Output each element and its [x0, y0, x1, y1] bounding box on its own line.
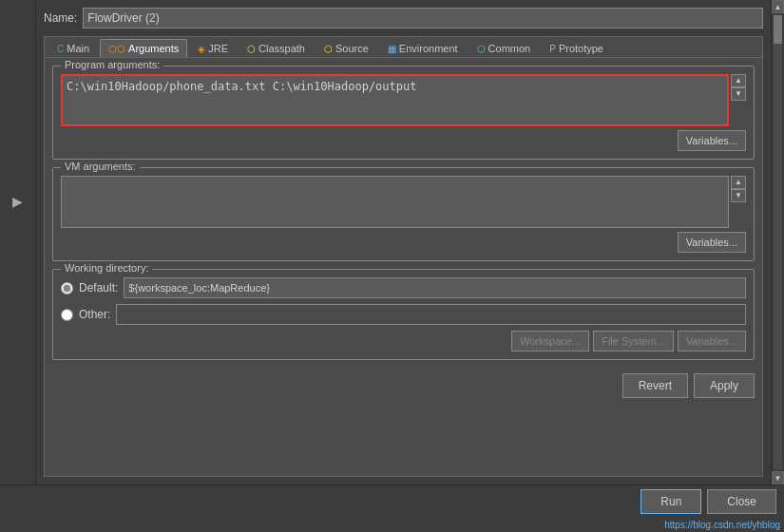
default-radio-row: Default:	[61, 277, 746, 298]
default-dir-input[interactable]	[124, 277, 746, 298]
tab-source[interactable]: ⬡ Source	[316, 39, 377, 57]
dir-buttons-row: Workspace... File System... Variables...	[61, 331, 746, 352]
tab-main[interactable]: C Main	[48, 39, 98, 57]
scrollbar-down-arrow[interactable]: ▼	[772, 471, 784, 484]
vm-scroll-up[interactable]: ▲	[731, 176, 746, 189]
working-directory-label: Working directory:	[61, 262, 152, 274]
tab-jre[interactable]: ◈ JRE	[189, 39, 237, 57]
tab-main-label: Main	[67, 43, 89, 54]
vm-arguments-container: ▲ ▼	[61, 176, 746, 228]
bottom-buttons: Revert Apply	[52, 373, 755, 398]
dir-variables-button[interactable]: Variables...	[678, 331, 746, 352]
common-icon: ⬡	[477, 44, 486, 54]
vm-arguments-input[interactable]	[61, 176, 729, 228]
arguments-icon: ⬡⬡	[108, 44, 125, 54]
other-radio-row: Other:	[61, 304, 746, 325]
name-input[interactable]	[83, 8, 763, 28]
program-arguments-input[interactable]	[61, 74, 729, 126]
default-radio[interactable]	[61, 282, 73, 294]
vm-arguments-label: VM arguments:	[61, 161, 140, 172]
tab-source-label: Source	[335, 43, 369, 54]
vm-scroll-down[interactable]: ▼	[731, 189, 746, 202]
right-scrollbar: ▲ ▼	[771, 0, 784, 484]
working-directory-section: Working directory: Default: Other: Works…	[52, 269, 755, 360]
vm-scrollbar: ▲ ▼	[731, 176, 746, 228]
footer: Run Close	[0, 484, 784, 518]
tab-environment-label: Environment	[399, 43, 458, 54]
other-dir-input[interactable]	[116, 304, 746, 325]
tab-prototype-label: Prototype	[559, 43, 603, 54]
other-radio[interactable]	[61, 309, 73, 321]
program-arguments-container: ▲ ▼	[61, 74, 746, 126]
scrollbar-up-arrow[interactable]: ▲	[772, 0, 784, 13]
apply-button[interactable]: Apply	[694, 373, 755, 398]
prog-variables-button[interactable]: Variables...	[678, 130, 746, 151]
prog-scrollbar: ▲ ▼	[731, 74, 746, 126]
close-button[interactable]: Close	[707, 489, 776, 514]
dialog-area: Name: C Main ⬡⬡ Arguments ◈ JRE ⬡ Classp…	[36, 0, 771, 484]
vm-variables-row: Variables...	[61, 232, 746, 253]
vm-variables-button[interactable]: Variables...	[678, 232, 746, 253]
tab-arguments[interactable]: ⬡⬡ Arguments	[100, 39, 187, 57]
classpath-icon: ⬡	[247, 44, 256, 54]
source-icon: ⬡	[324, 44, 333, 54]
sidebar-expand-arrow[interactable]: ▶	[12, 194, 23, 209]
tab-jre-label: JRE	[208, 43, 228, 54]
tabs-row: C Main ⬡⬡ Arguments ◈ JRE ⬡ Classpath ⬡ …	[44, 36, 763, 57]
filesystem-button[interactable]: File System...	[593, 331, 674, 352]
tab-common[interactable]: ⬡ Common	[468, 39, 540, 57]
vm-arguments-section: VM arguments: ▲ ▼ Variables...	[52, 167, 755, 261]
default-radio-label: Default:	[79, 281, 118, 294]
tab-prototype[interactable]: P Prototype	[541, 39, 612, 57]
program-arguments-label: Program arguments:	[61, 59, 163, 70]
prog-scroll-up[interactable]: ▲	[731, 74, 746, 87]
tab-common-label: Common	[488, 43, 531, 54]
name-row: Name:	[44, 8, 763, 28]
tab-environment[interactable]: ▦ Environment	[379, 39, 467, 57]
prog-scroll-down[interactable]: ▼	[731, 87, 746, 101]
revert-button[interactable]: Revert	[622, 373, 688, 398]
tab-classpath-label: Classpath	[258, 43, 305, 54]
other-radio-label: Other:	[79, 308, 110, 321]
scrollbar-track	[774, 15, 782, 469]
tab-arguments-label: Arguments	[128, 43, 179, 54]
url-bar: https://blog.csdn.net/yhblog	[0, 518, 784, 532]
prototype-icon: P	[549, 44, 556, 54]
name-label: Name:	[44, 11, 77, 25]
scrollbar-thumb[interactable]	[774, 15, 782, 44]
workspace-button[interactable]: Workspace...	[511, 331, 589, 352]
program-arguments-section: Program arguments: ▲ ▼ Variables...	[52, 66, 755, 160]
tab-classpath[interactable]: ⬡ Classpath	[239, 39, 314, 57]
run-button[interactable]: Run	[641, 489, 701, 514]
prog-variables-row: Variables...	[61, 130, 746, 151]
jre-icon: ◈	[198, 44, 205, 54]
environment-icon: ▦	[388, 44, 396, 54]
left-sidebar: ▶	[0, 0, 36, 484]
content-area: Program arguments: ▲ ▼ Variables... VM a…	[44, 57, 763, 477]
main-icon: C	[57, 44, 64, 54]
